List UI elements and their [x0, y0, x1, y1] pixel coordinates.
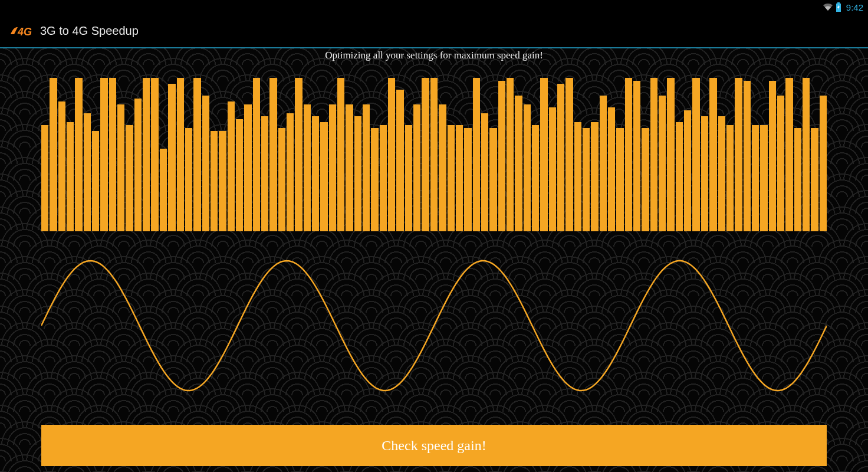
equalizer-bar [75, 78, 82, 231]
equalizer-bar [565, 78, 573, 231]
android-status-bar: 9:42 [0, 0, 868, 14]
equalizer-bar [388, 78, 395, 231]
equalizer-bar [464, 128, 471, 231]
equalizer-bar [287, 113, 294, 231]
equalizer-bar [185, 128, 192, 231]
equalizer-bar [769, 81, 776, 231]
equalizer-bar [67, 122, 74, 231]
equalizer-bar [633, 81, 640, 231]
equalizer-bar [448, 125, 455, 231]
equalizer-bar [583, 128, 590, 231]
equalizer-bar [405, 125, 412, 231]
equalizer-bar [549, 107, 556, 231]
equalizer-bar [143, 78, 150, 231]
equalizer-bar [760, 125, 767, 231]
sine-wave [41, 243, 827, 408]
equalizer-bar [320, 122, 327, 231]
equalizer-bar [371, 128, 378, 231]
equalizer-bar [701, 116, 708, 231]
equalizer-bar [684, 110, 691, 231]
equalizer-bar [269, 78, 277, 231]
equalizer-bar [735, 78, 742, 231]
equalizer-bar [346, 104, 353, 231]
equalizer-bar [160, 149, 167, 231]
app-logo-icon: 4G [9, 22, 33, 39]
equalizer-bar [430, 78, 438, 231]
equalizer-bar [134, 99, 142, 231]
app-bar: 4G 3G to 4G Speedup [0, 14, 868, 48]
check-speed-label: Check speed gain! [382, 438, 486, 454]
equalizer-bar [676, 122, 683, 231]
equalizer-bar [219, 131, 226, 231]
equalizer-bar [489, 128, 497, 231]
equalizer-bar [278, 128, 285, 231]
app-title: 3G to 4G Speedup [40, 24, 139, 38]
equalizer-bar [524, 104, 531, 231]
equalizer-bar [456, 125, 463, 231]
equalizer-bar [540, 78, 547, 231]
equalizer-bar [228, 101, 235, 231]
equalizer-bar [413, 104, 420, 231]
equalizer-bar [151, 78, 158, 231]
equalizer-bar [744, 81, 751, 231]
equalizer-bar [642, 128, 649, 231]
equalizer-bar [50, 78, 57, 231]
equalizer-bar [616, 128, 623, 231]
equalizer-bar [820, 96, 827, 231]
equalizer-bar [650, 78, 657, 231]
equalizer-bar [92, 131, 99, 231]
equalizer-bar [177, 78, 184, 231]
equalizer-bar [58, 101, 65, 231]
equalizer-bar [532, 125, 539, 231]
check-speed-button[interactable]: Check speed gain! [41, 425, 827, 466]
equalizer-bar [498, 81, 505, 231]
equalizer-bar [422, 78, 429, 231]
equalizer-bars [41, 66, 827, 231]
equalizer-bar [667, 78, 674, 231]
status-message: Optimizing all your settings for maximum… [0, 50, 868, 61]
status-time: 9:42 [846, 2, 863, 12]
equalizer-bar [777, 96, 784, 231]
svg-rect-0 [837, 2, 840, 4]
equalizer-bar [785, 78, 793, 231]
equalizer-bar [557, 84, 564, 231]
equalizer-bar [337, 78, 344, 231]
equalizer-bar [312, 116, 319, 231]
equalizer-bar [803, 78, 810, 231]
equalizer-bar [253, 78, 260, 231]
equalizer-bar [515, 96, 522, 231]
equalizer-bar [709, 78, 716, 231]
equalizer-bar [109, 78, 116, 231]
equalizer-bar [244, 104, 251, 231]
battery-icon [836, 2, 841, 12]
equalizer-bar [126, 125, 133, 231]
equalizer-bar [574, 122, 581, 231]
equalizer-bar [354, 116, 361, 231]
equalizer-bar [304, 104, 311, 231]
equalizer-bar [295, 78, 302, 231]
equalizer-bar [84, 113, 91, 231]
equalizer-bar [236, 119, 243, 231]
equalizer-bar [794, 128, 801, 231]
equalizer-bar [507, 78, 514, 231]
svg-text:4G: 4G [17, 26, 32, 38]
equalizer-bar [100, 78, 107, 231]
equalizer-bar [396, 90, 403, 231]
equalizer-bar [202, 96, 209, 231]
equalizer-bar [41, 125, 48, 231]
equalizer-bar [193, 78, 200, 231]
main-content: Optimizing all your settings for maximum… [0, 48, 868, 472]
equalizer-bar [600, 96, 607, 231]
equalizer-bar [363, 104, 370, 231]
equalizer-bar [117, 104, 124, 231]
equalizer-bar [481, 113, 488, 231]
equalizer-bar [692, 78, 699, 231]
equalizer-bar [726, 125, 734, 231]
equalizer-bar [380, 125, 387, 231]
equalizer-bar [608, 107, 615, 231]
equalizer-bar [811, 128, 818, 231]
equalizer-bar [752, 125, 759, 231]
equalizer-bar [591, 122, 598, 231]
equalizer-bar [439, 104, 446, 231]
equalizer-bar [718, 116, 725, 231]
